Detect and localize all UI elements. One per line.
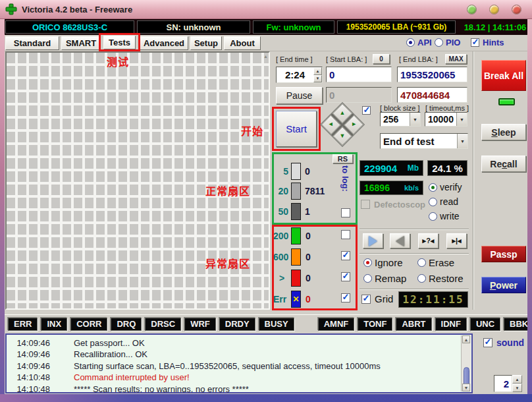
log-entry: 14:09:46Get passport... OK xyxy=(12,337,458,349)
pause-button[interactable]: Pause xyxy=(276,87,323,104)
sound-level-stepper[interactable]: ▲ ▼ xyxy=(512,375,522,392)
flag-err: ERR xyxy=(8,318,38,331)
end-lba-max-button[interactable]: MAX xyxy=(445,54,467,64)
start-lba-input[interactable]: 0 xyxy=(326,67,392,82)
erase-radio[interactable] xyxy=(417,258,426,267)
restore-label: Restore xyxy=(429,273,464,284)
stepper-down-icon[interactable]: ▼ xyxy=(512,384,522,392)
end-time-up-icon[interactable]: ▲ xyxy=(313,67,322,75)
scan-forward-button[interactable] xyxy=(363,233,383,248)
defect-log-checkbox-200ms[interactable] xyxy=(341,230,350,239)
defect-row-label: > xyxy=(279,273,284,283)
log-entry: 14:10:48***** Scan results: no warnings,… xyxy=(12,384,458,393)
flag-tonf: TONF xyxy=(358,318,392,331)
window-title: Victoria 4.2 beta - Freeware xyxy=(22,5,132,14)
window-button-close[interactable] xyxy=(512,5,521,14)
sound-level-value[interactable]: 2 xyxy=(494,375,512,392)
window-button-maximize[interactable] xyxy=(489,5,499,14)
start-button[interactable]: Start xyxy=(276,111,317,147)
passp-button[interactable]: Passp xyxy=(481,246,526,262)
defect-chip-200ms xyxy=(291,227,301,244)
tab-setup[interactable]: Setup xyxy=(190,36,222,50)
defect-row-label: 600 xyxy=(273,252,288,262)
end-time-spinner[interactable]: 2:24 ▲ ▼ xyxy=(276,67,323,83)
end-lba-input[interactable]: 1953520065 xyxy=(397,67,467,82)
ignore-radio[interactable] xyxy=(363,258,372,267)
log-entry: 14:09:46Starting surface scan, LBA=0..19… xyxy=(12,360,458,372)
flag-amnf: AMNF xyxy=(318,318,355,331)
defect-count-error: 0 xyxy=(306,294,311,304)
data-read-display: 229904 Mb xyxy=(359,160,423,176)
drive-model: ORICO 8628US3-C xyxy=(5,20,134,34)
random-seek-button[interactable]: ▸?◂ xyxy=(418,233,439,248)
chevron-down-icon[interactable]: ▼ xyxy=(410,113,420,126)
tab-standard[interactable]: Standard xyxy=(5,36,59,50)
break-all-button[interactable]: Break All xyxy=(481,60,526,91)
tab-smart[interactable]: SMART xyxy=(61,36,101,50)
start-lba-reset-button[interactable]: 0 xyxy=(373,54,390,64)
butterfly-seek-icon: ▸|◂ xyxy=(452,237,461,245)
power-button[interactable]: Power xyxy=(481,277,526,293)
remap-label: Remap xyxy=(375,273,406,284)
defect-log-checkbox-error[interactable] xyxy=(341,293,350,302)
divider xyxy=(359,289,469,290)
divider xyxy=(473,51,474,310)
left-triangle-icon: ◄ xyxy=(328,121,334,127)
log-panel[interactable]: 14:09:46Get passport... OK 14:09:46Recal… xyxy=(5,333,473,393)
tab-tests[interactable]: Tests xyxy=(103,36,136,49)
speed-value: 16896 xyxy=(360,183,404,193)
current-lba-shadow: 0 xyxy=(326,87,392,103)
write-radio[interactable] xyxy=(429,212,437,221)
end-time-down-icon[interactable]: ▼ xyxy=(313,75,322,83)
window-button-minimize[interactable] xyxy=(467,5,477,14)
log-scrollbar[interactable]: ▲ ▼ xyxy=(461,335,471,391)
recall-button[interactable]: Recall xyxy=(481,156,526,172)
chevron-down-icon[interactable]: ▼ xyxy=(456,113,467,126)
defectoscope-label: Defectoscop xyxy=(374,200,425,210)
pio-radio[interactable] xyxy=(435,38,443,47)
scan-backward-button[interactable] xyxy=(390,233,410,248)
hints-label: Hints xyxy=(483,38,504,47)
speed-unit: kb/s xyxy=(404,184,423,192)
activity-led xyxy=(498,98,515,105)
defectoscope-checkbox xyxy=(361,200,370,209)
timeout-label: [ timeout,ms ] xyxy=(425,104,469,112)
flag-wrf: WRF xyxy=(184,318,216,331)
butterfly-seek-button[interactable]: ▸|◂ xyxy=(446,233,467,248)
verify-label: verify xyxy=(440,182,462,192)
defect-log-checkbox-over[interactable] xyxy=(341,272,350,281)
flag-drsc: DRSC xyxy=(145,318,181,331)
annotation-box-normal-sectors xyxy=(272,152,358,225)
speed-display: 16896 kb/s xyxy=(359,181,423,195)
status-register-strip: ERR INX CORR DRQ DRSC WRF DRDY BUSY AMNF… xyxy=(0,314,532,332)
end-action-select[interactable]: End of test▼ xyxy=(380,133,468,149)
error-x-icon: ✕ xyxy=(292,295,299,304)
current-lba-input[interactable]: 470844684 xyxy=(397,87,467,103)
timeout-select[interactable]: 10000▼ xyxy=(425,112,467,127)
hints-checkbox[interactable] xyxy=(471,38,479,47)
end-lba-label: [ End LBA: ] xyxy=(399,55,438,63)
flag-corr: CORR xyxy=(70,318,107,331)
scroll-down-icon[interactable]: ▼ xyxy=(462,384,470,391)
seek-checkbox[interactable] xyxy=(362,106,371,115)
flag-idnf: IDNF xyxy=(435,318,467,331)
start-lba-label: [ Start LBA: ] xyxy=(326,55,367,63)
defect-log-checkbox-600ms[interactable] xyxy=(341,251,350,260)
grid-scroll-up-icon[interactable]: ▲ xyxy=(263,54,268,59)
tab-advanced[interactable]: Advanced xyxy=(140,36,188,50)
sound-checkbox[interactable] xyxy=(483,338,492,347)
tab-about[interactable]: About xyxy=(224,36,261,50)
read-radio[interactable] xyxy=(429,198,437,206)
chevron-down-icon[interactable]: ▼ xyxy=(457,134,467,148)
grid-checkbox[interactable] xyxy=(361,295,371,304)
sleep-button[interactable]: Sleep xyxy=(481,124,526,140)
seek-diamond-nav: ▲ ► ◄ ▼ xyxy=(320,102,365,147)
defect-chip-600ms xyxy=(291,248,301,266)
verify-radio[interactable] xyxy=(429,183,437,192)
stepper-up-icon[interactable]: ▲ xyxy=(512,375,522,384)
restore-radio[interactable] xyxy=(417,274,426,283)
scroll-up-icon[interactable]: ▲ xyxy=(462,335,470,343)
api-radio[interactable] xyxy=(406,38,415,47)
block-size-select[interactable]: 256▼ xyxy=(380,112,421,127)
remap-radio[interactable] xyxy=(363,274,372,283)
